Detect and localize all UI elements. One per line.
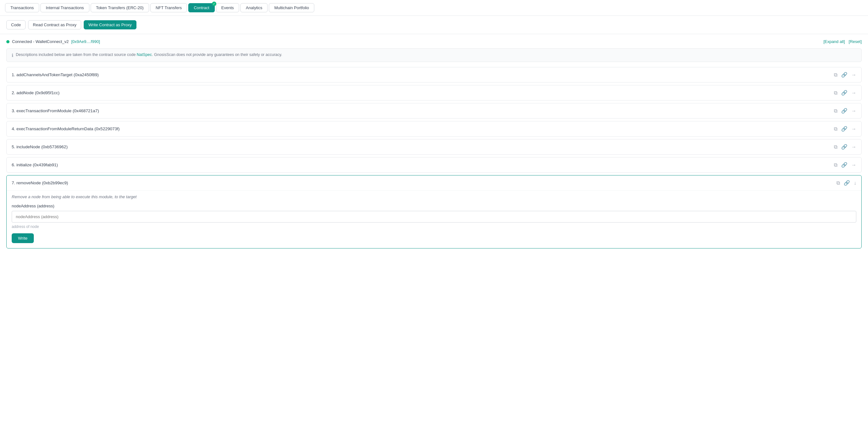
link-icon[interactable]: 🔗: [841, 72, 847, 78]
function-actions-3: ⧉🔗→: [834, 108, 856, 114]
function-name-4: 4. execTransactionFromModuleReturnData (…: [12, 126, 120, 131]
chevron-right-icon[interactable]: →: [851, 144, 856, 150]
sub-tab-code[interactable]: Code: [6, 20, 26, 29]
function-name-7: 7. removeNode (0xb2b99ec9): [12, 180, 68, 185]
function-row-3: 3. execTransactionFromModule (0x468721a7…: [6, 103, 862, 119]
copy-icon[interactable]: ⧉: [834, 108, 837, 114]
link-icon[interactable]: 🔗: [841, 90, 847, 96]
chevron-right-icon[interactable]: →: [851, 162, 856, 168]
nav-tab-events[interactable]: Events: [216, 3, 240, 12]
function-row-4: 4. execTransactionFromModuleReturnData (…: [6, 121, 862, 137]
param-hint-7-0: address of node: [12, 225, 856, 229]
nav-tab-analytics[interactable]: Analytics: [240, 3, 268, 12]
sub-navigation: CodeRead Contract as ProxyWrite Contract…: [0, 16, 868, 34]
function-name-2: 2. addNode (0x9d95f1cc): [12, 90, 60, 95]
info-icon: ℹ: [12, 53, 13, 58]
function-row-6: 6. initialize (0x439fab91)⧉🔗→: [6, 157, 862, 173]
chevron-down-icon[interactable]: ↓: [854, 180, 856, 186]
connection-row: Connected - WalletConnect_v2 [0x9Ae9....…: [6, 39, 862, 44]
function-header-2[interactable]: 2. addNode (0x9d95f1cc)⧉🔗→: [7, 85, 861, 100]
function-actions-2: ⧉🔗→: [834, 90, 856, 96]
info-box: ℹ Descriptions included below are taken …: [6, 48, 862, 62]
write-button-7[interactable]: Write: [12, 233, 34, 243]
connected-dot: [6, 40, 9, 43]
copy-icon[interactable]: ⧉: [834, 126, 837, 132]
top-navigation: TransactionsInternal TransactionsToken T…: [0, 0, 868, 16]
function-row-7: 7. removeNode (0xb2b99ec9)⧉🔗↓Remove a no…: [6, 175, 862, 249]
copy-icon[interactable]: ⧉: [834, 90, 837, 96]
param-input-7-0[interactable]: [12, 211, 856, 223]
function-row-5: 5. includeNode (0xb5736962)⧉🔗→: [6, 139, 862, 154]
copy-icon[interactable]: ⧉: [836, 180, 840, 186]
function-row-2: 2. addNode (0x9d95f1cc)⧉🔗→: [6, 85, 862, 100]
function-actions-4: ⧉🔗→: [834, 126, 856, 132]
link-icon[interactable]: 🔗: [844, 180, 850, 186]
wallet-address-link[interactable]: [0x9Ae9....f990]: [71, 39, 100, 44]
connection-info: Connected - WalletConnect_v2 [0x9Ae9....…: [6, 39, 100, 44]
reset-button[interactable]: [Reset]: [849, 39, 862, 44]
nav-tab-contract[interactable]: Contract✓: [188, 3, 215, 12]
function-header-4[interactable]: 4. execTransactionFromModuleReturnData (…: [7, 121, 861, 136]
expand-reset-controls: [Expand all] [Reset]: [824, 39, 862, 44]
sub-tab-read-contract-as-proxy[interactable]: Read Contract as Proxy: [28, 20, 81, 29]
main-content: Connected - WalletConnect_v2 [0x9Ae9....…: [0, 34, 868, 256]
function-actions-7: ⧉🔗↓: [836, 180, 856, 186]
function-header-5[interactable]: 5. includeNode (0xb5736962)⧉🔗→: [7, 139, 861, 154]
function-header-3[interactable]: 3. execTransactionFromModule (0x468721a7…: [7, 104, 861, 118]
info-text: Descriptions included below are taken fr…: [16, 53, 282, 57]
copy-icon[interactable]: ⧉: [834, 162, 837, 168]
connection-status: Connected - WalletConnect_v2: [12, 39, 68, 44]
expand-all-button[interactable]: [Expand all]: [824, 39, 845, 44]
nav-tab-internal-transactions[interactable]: Internal Transactions: [40, 3, 89, 12]
function-header-6[interactable]: 6. initialize (0x439fab91)⧉🔗→: [7, 157, 861, 172]
natspec-link[interactable]: NatSpec: [137, 53, 152, 57]
chevron-right-icon[interactable]: →: [851, 72, 856, 78]
function-list: 1. addChannelsAndTokenTarget (0xa2450f89…: [6, 67, 862, 251]
contract-verified-badge: ✓: [212, 2, 216, 6]
link-icon[interactable]: 🔗: [841, 144, 847, 150]
nav-tab-nft-transfers[interactable]: NFT Transfers: [150, 3, 187, 12]
function-actions-5: ⧉🔗→: [834, 144, 856, 150]
chevron-right-icon[interactable]: →: [851, 108, 856, 114]
function-header-1[interactable]: 1. addChannelsAndTokenTarget (0xa2450f89…: [7, 67, 861, 82]
function-name-3: 3. execTransactionFromModule (0x468721a7…: [12, 109, 99, 113]
copy-icon[interactable]: ⧉: [834, 144, 837, 150]
nav-tab-transactions[interactable]: Transactions: [5, 3, 39, 12]
copy-icon[interactable]: ⧉: [834, 72, 837, 78]
function-actions-6: ⧉🔗→: [834, 162, 856, 168]
link-icon[interactable]: 🔗: [841, 108, 847, 114]
param-label-7-0: nodeAddress (address): [12, 204, 856, 208]
function-body-7: Remove a node from being able to execute…: [7, 190, 861, 248]
function-name-5: 5. includeNode (0xb5736962): [12, 144, 68, 149]
link-icon[interactable]: 🔗: [841, 126, 847, 132]
link-icon[interactable]: 🔗: [841, 162, 847, 168]
function-header-7[interactable]: 7. removeNode (0xb2b99ec9)⧉🔗↓: [7, 175, 861, 190]
function-description-7: Remove a node from being able to execute…: [12, 191, 856, 204]
function-name-6: 6. initialize (0x439fab91): [12, 163, 58, 167]
nav-tab-token-transfers[interactable]: Token Transfers (ERC-20): [91, 3, 149, 12]
function-name-1: 1. addChannelsAndTokenTarget (0xa2450f89…: [12, 72, 98, 77]
nav-tab-multichain-portfolio[interactable]: Multichain Portfolio: [269, 3, 314, 12]
chevron-right-icon[interactable]: →: [851, 90, 856, 96]
sub-tab-write-contract-as-proxy[interactable]: Write Contract as Proxy: [84, 20, 136, 29]
chevron-right-icon[interactable]: →: [851, 126, 856, 132]
function-actions-1: ⧉🔗→: [834, 72, 856, 78]
function-row-1: 1. addChannelsAndTokenTarget (0xa2450f89…: [6, 67, 862, 83]
